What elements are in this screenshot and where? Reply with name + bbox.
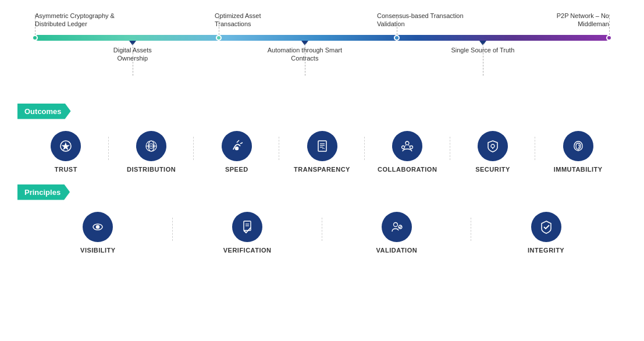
outcome-speed: SPEED (194, 131, 279, 173)
principle-integrity: INTEGRITY (471, 212, 621, 254)
svg-point-13 (410, 145, 413, 148)
trust-icon: ★ (58, 138, 74, 154)
integrity-label: INTEGRITY (528, 247, 564, 254)
visibility-icon-circle (83, 212, 113, 242)
verification-label: VERIFICATION (223, 247, 272, 254)
outcomes-header: Outcomes (17, 104, 71, 119)
collaboration-icon (399, 138, 415, 154)
distribution-label: DISTRIBUTION (127, 166, 176, 173)
svg-line-14 (405, 145, 407, 147)
timeline-dash-1 (35, 15, 35, 35)
transparency-icon (314, 138, 330, 154)
page-container: Asymmetric Cryptography & Distributed Le… (0, 0, 644, 277)
outcome-transparency: TRANSPARENCY (279, 131, 365, 173)
principle-verification: VERIFICATION (173, 212, 322, 254)
timeline-label-top-1: Asymmetric Cryptography & Distributed Le… (35, 12, 128, 29)
outcome-trust: ★ TRUST (23, 131, 109, 173)
svg-point-6 (235, 147, 238, 150)
timeline-dot-3 (394, 35, 400, 41)
collaboration-icon-circle (392, 131, 422, 161)
speed-icon-circle (222, 131, 252, 161)
timeline-label-bottom-1: Digital Assets Ownership (98, 46, 168, 63)
outcome-immutability: IMMUTABILITY (535, 131, 621, 173)
timeline-label-bottom-2: Automation through Smart Contracts (267, 46, 343, 63)
trust-label: TRUST (55, 166, 77, 173)
integrity-icon (538, 219, 554, 235)
distribution-icon (143, 138, 159, 154)
principle-visibility: VISIBILITY (23, 212, 173, 254)
outcome-security: SECURITY (450, 131, 536, 173)
outcomes-row: ★ TRUST DISTRIBUTION (17, 131, 627, 173)
principles-section: Principles (17, 184, 627, 208)
validation-icon-circle (382, 212, 412, 242)
svg-point-11 (405, 141, 409, 145)
integrity-icon-circle (531, 212, 561, 242)
transparency-label: TRANSPARENCY (294, 166, 350, 173)
timeline-section: Asymmetric Cryptography & Distributed Le… (17, 12, 627, 90)
svg-rect-7 (318, 141, 326, 151)
svg-point-16 (491, 144, 494, 148)
immutability-label: IMMUTABILITY (554, 166, 603, 173)
outcomes-section: Outcomes (17, 104, 627, 127)
validation-icon (389, 219, 405, 235)
speed-label: SPEED (225, 166, 248, 173)
security-label: SECURITY (475, 166, 510, 173)
trust-icon-circle: ★ (51, 131, 81, 161)
svg-point-24 (393, 222, 397, 226)
distribution-icon-circle (136, 131, 166, 161)
immutability-icon (570, 138, 586, 154)
verification-icon-circle (232, 212, 262, 242)
principles-row: VISIBILITY VERIFICATION (17, 212, 627, 254)
immutability-icon-circle (563, 131, 593, 161)
principle-validation: VALIDATION (322, 212, 472, 254)
transparency-icon-circle (307, 131, 337, 161)
timeline-dash-2 (219, 15, 219, 35)
timeline-dash-3 (397, 15, 397, 35)
timeline-dot-2 (216, 35, 222, 41)
svg-point-12 (402, 145, 405, 148)
visibility-icon (90, 219, 106, 235)
collaboration-label: COLLABORATION (378, 166, 437, 173)
timeline-dash-4 (609, 15, 610, 35)
security-icon (485, 138, 501, 154)
outcome-collaboration: COLLABORATION (365, 131, 450, 173)
speed-icon (229, 138, 245, 154)
timeline-label-top-3: Consensus-based Transaction Validation (377, 12, 470, 29)
svg-line-15 (408, 145, 410, 147)
timeline-label-top-4: P2P Network – No Middleman (539, 12, 609, 29)
timeline-bar (35, 35, 609, 41)
timeline-dot-4 (606, 35, 612, 41)
principles-header: Principles (17, 184, 70, 200)
validation-label: VALIDATION (376, 247, 418, 254)
security-icon-circle (478, 131, 508, 161)
timeline-dot-1 (32, 35, 38, 41)
timeline-label-top-2: Optimized Asset Transactions (215, 12, 284, 29)
svg-text:★: ★ (62, 142, 69, 151)
timeline-label-bottom-3: Single Source of Truth (451, 46, 515, 54)
svg-point-20 (97, 226, 98, 228)
verification-icon (239, 219, 255, 235)
outcome-distribution: DISTRIBUTION (109, 131, 194, 173)
visibility-label: VISIBILITY (80, 247, 116, 254)
